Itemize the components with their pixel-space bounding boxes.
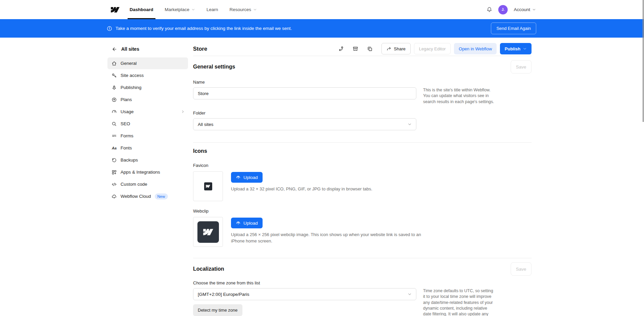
cloud-icon: [111, 194, 117, 199]
sidebar-item-label: General: [121, 61, 137, 66]
upload-label: Upload: [243, 175, 258, 180]
apps-grid-icon: [111, 170, 117, 175]
webclip-label: Webclip: [193, 209, 532, 214]
webclip-help-text: Upload a 256 × 256 pixel webclip image. …: [231, 232, 426, 244]
divider: [193, 258, 532, 258]
avatar[interactable]: J.: [498, 5, 508, 14]
sidebar-item-apps-integrations[interactable]: Apps & Integrations: [107, 166, 188, 178]
open-in-webflow-button[interactable]: Open in Webflow: [454, 43, 497, 54]
favicon-upload-button[interactable]: Upload: [231, 172, 263, 183]
archive-site-button[interactable]: [351, 45, 360, 53]
send-email-again-button[interactable]: Send Email Again: [491, 22, 536, 34]
timezone-help-text: Time zone defaults to UTC, so setting it…: [423, 288, 496, 316]
site-name-input[interactable]: [193, 87, 416, 99]
name-help-text: This is the site's title within Webflow.…: [423, 87, 496, 105]
back-label: All sites: [121, 46, 139, 52]
timezone-select[interactable]: [GMT+2:00] Europe/Paris: [193, 288, 416, 300]
sidebar-item-backups[interactable]: Backups: [107, 154, 188, 166]
banner-message: Take a moment to verify your email addre…: [116, 26, 292, 31]
favicon-label: Favicon: [193, 163, 532, 168]
nav-tab-resources[interactable]: Resources: [230, 0, 257, 19]
transfer-site-button[interactable]: [337, 45, 345, 53]
webclip-upload-button[interactable]: Upload: [231, 218, 263, 228]
favicon-preview: [193, 171, 223, 201]
nav-tab-marketplace[interactable]: Marketplace: [165, 0, 195, 19]
favicon-help-text: Upload a 32 × 32 pixel ICO, PNG, GIF, or…: [231, 186, 372, 192]
nav-tab-dashboard[interactable]: Dashboard: [130, 0, 153, 19]
icons-section-title: Icons: [193, 148, 532, 154]
back-to-all-sites[interactable]: All sites: [107, 46, 188, 52]
fonts-icon: Aa: [111, 146, 117, 150]
sidebar-item-label: Site access: [121, 73, 144, 78]
sidebar-item-label: SEO: [121, 121, 130, 126]
webflow-logo-icon: [206, 184, 210, 188]
notifications-bell-icon[interactable]: [487, 7, 492, 12]
sidebar-item-usage[interactable]: Usage: [107, 106, 188, 118]
publish-label: Publish: [505, 46, 520, 51]
sidebar-item-webflow-cloud[interactable]: Webflow Cloud New: [107, 190, 188, 202]
sidebar-item-publishing[interactable]: Publishing: [107, 82, 188, 93]
transfer-site-icon: [338, 46, 344, 52]
timezone-label: Choose the time zone from this list: [193, 280, 532, 285]
search-icon: [111, 121, 117, 127]
general-save-button[interactable]: Save: [511, 60, 532, 74]
share-label: Share: [394, 46, 406, 51]
home-icon: [111, 61, 117, 66]
chevron-down-icon: [253, 8, 257, 11]
divider: [193, 56, 532, 56]
detect-timezone-button[interactable]: Detect my time zone: [193, 304, 242, 316]
chevron-down-icon: [408, 292, 412, 296]
sidebar-item-label: Apps & Integrations: [121, 170, 160, 175]
webflow-logo[interactable]: [111, 0, 120, 19]
nav-tab-label: Marketplace: [165, 7, 190, 12]
sidebar-item-label: Publishing: [121, 85, 141, 90]
folder-label: Folder: [193, 110, 532, 116]
top-nav: Dashboard Marketplace Learn Resources J.…: [0, 0, 644, 19]
sidebar-item-site-access[interactable]: Site access: [107, 70, 188, 81]
code-icon: [111, 182, 117, 187]
webclip-preview: [193, 217, 223, 247]
circle-up-icon: [111, 97, 117, 102]
folder-select[interactable]: All sites: [193, 118, 416, 130]
localization-save-button[interactable]: Save: [511, 262, 532, 276]
favicon-tile: [204, 182, 212, 190]
gauge-icon: [111, 109, 117, 115]
main-content: Store Share Legacy Editor Open in Webflo…: [193, 38, 532, 316]
info-icon: [107, 26, 112, 31]
nav-tab-learn[interactable]: Learn: [206, 0, 218, 19]
sidebar-item-custom-code[interactable]: Custom code: [107, 178, 188, 190]
legacy-editor-button[interactable]: Legacy Editor: [414, 43, 451, 54]
publish-button[interactable]: Publish: [500, 43, 532, 54]
sidebar-item-label: Usage: [121, 109, 134, 114]
sidebar-item-general[interactable]: General: [107, 57, 188, 69]
scrollbar[interactable]: [643, 0, 644, 122]
sidebar-item-forms[interactable]: Forms: [107, 130, 188, 142]
account-menu[interactable]: Account: [514, 7, 536, 12]
share-button[interactable]: Share: [381, 43, 411, 54]
sidebar-item-label: Fonts: [121, 145, 132, 150]
webflow-logo-icon: [111, 5, 120, 14]
sidebar-item-label: Plans: [121, 97, 132, 102]
lines-icon: [111, 133, 117, 139]
upload-icon: [236, 221, 241, 226]
folder-select-value: All sites: [198, 122, 214, 127]
new-badge: New: [155, 193, 168, 199]
key-icon: [111, 73, 117, 78]
nav-tab-label: Dashboard: [130, 7, 153, 12]
sidebar-item-plans[interactable]: Plans: [107, 94, 188, 105]
sidebar-item-label: Forms: [121, 133, 133, 138]
archive-icon: [353, 46, 358, 52]
settings-sidebar: All sites General Site access Publishing…: [107, 38, 188, 202]
sidebar-item-label: Backups: [121, 157, 138, 163]
nav-tab-label: Learn: [206, 7, 218, 12]
duplicate-site-button[interactable]: [366, 45, 374, 53]
rocket-icon: [111, 85, 117, 90]
sidebar-item-fonts[interactable]: Aa Fonts: [107, 142, 188, 154]
share-arrow-icon: [386, 46, 392, 51]
sidebar-item-seo[interactable]: SEO: [107, 118, 188, 130]
localization-header: Localization Save: [193, 262, 532, 276]
section-title: Localization: [193, 266, 224, 272]
upload-icon: [236, 175, 241, 180]
chevron-right-icon: [181, 110, 185, 114]
chevron-down-icon: [532, 8, 536, 11]
